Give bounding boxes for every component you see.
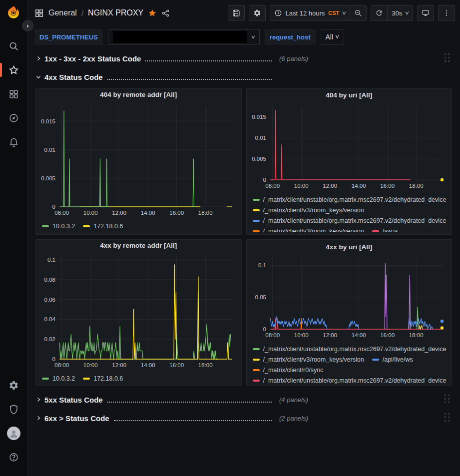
dashboard-title[interactable]: NGINX PROXY <box>88 8 143 17</box>
drag-handle-icon[interactable] <box>445 53 450 64</box>
row-6xx[interactable]: 6xx > Status Code (2 panels) <box>35 411 452 426</box>
legend-item[interactable]: /_matrix/client/unstable/org.matrix.msc2… <box>253 194 447 205</box>
legend-label: 10.0.3.2 <box>52 223 75 230</box>
save-dashboard-button[interactable] <box>228 5 245 21</box>
svg-text:12:00: 12:00 <box>323 332 337 338</box>
legend-item[interactable]: 172.18.0.6 <box>83 374 123 384</box>
legend-item[interactable]: /api/live/ws <box>372 354 413 365</box>
row-panel-count: (6 panels) <box>279 55 308 62</box>
legend-item[interactable]: /_matrix/client/r0/sync <box>253 365 324 375</box>
clock-icon <box>274 9 282 17</box>
sidebar-help[interactable] <box>0 445 27 469</box>
drag-handle-icon[interactable] <box>445 395 450 405</box>
legend-swatch <box>42 225 49 227</box>
grafana-logo-icon[interactable] <box>6 5 21 20</box>
sidebar-search[interactable] <box>0 34 27 58</box>
legend-item[interactable]: /_matrix/client/unstable/org.matrix.msc2… <box>253 215 447 226</box>
legend-label: /api/live/ws <box>383 356 413 363</box>
timeseries-chart[interactable]: 00.0050.010.01508:0010:0012:0014:0016:00… <box>40 101 237 219</box>
chevron-right-icon <box>35 55 42 61</box>
legend-label: /_matrix/client/unstable/org.matrix.msc2… <box>263 217 447 224</box>
svg-text:08:00: 08:00 <box>265 183 280 189</box>
bell-icon <box>8 137 19 147</box>
legend-item[interactable]: 172.18.0.6 <box>83 221 123 232</box>
legend-swatch <box>253 348 260 350</box>
left-sidebar <box>0 0 27 476</box>
sidebar-starred[interactable] <box>0 58 27 82</box>
refresh-button[interactable] <box>371 5 388 21</box>
sidebar-dashboards[interactable] <box>0 82 27 106</box>
time-range-picker[interactable]: Last 12 hours CST ˅ <box>270 5 351 21</box>
dashboard-settings-button[interactable] <box>249 5 266 21</box>
sidebar-profile[interactable] <box>0 421 27 445</box>
monitor-icon <box>422 9 430 17</box>
sidebar-configuration[interactable] <box>0 373 27 397</box>
sidebar-server-admin[interactable] <box>0 397 27 421</box>
svg-text:0: 0 <box>263 326 266 332</box>
svg-text:14:00: 14:00 <box>141 210 155 216</box>
timeseries-chart[interactable]: 00.020.040.060.080.108:0010:0012:0014:00… <box>40 252 237 372</box>
kebab-menu-icon <box>443 9 451 17</box>
legend-item[interactable]: /_matrix/client/v3/room_keys/version <box>253 226 364 232</box>
chevron-down-icon <box>35 74 42 80</box>
svg-text:0.1: 0.1 <box>258 262 266 268</box>
variables-bar: DS_PROMETHEUS ˅ request_host All ˅ <box>27 26 460 49</box>
svg-text:18:00: 18:00 <box>409 183 423 189</box>
timeseries-chart[interactable]: 00.050.108:0010:0012:0014:0016:0018:00 <box>251 254 448 342</box>
legend-swatch <box>253 199 260 201</box>
time-range-label: Last 12 hours <box>286 9 325 17</box>
legend-item[interactable]: 10.0.3.2 <box>42 221 75 232</box>
gear-icon <box>253 9 261 17</box>
sidebar-explore[interactable] <box>0 106 27 130</box>
chart-legend: /_matrix/client/unstable/org.matrix.msc2… <box>251 344 448 384</box>
legend-item[interactable]: /_matrix/client/v3/room_keys/version <box>253 354 364 365</box>
row-panel-count: (2 panels) <box>279 415 308 422</box>
svg-text:0.06: 0.06 <box>44 296 55 302</box>
svg-text:14:00: 14:00 <box>141 362 155 368</box>
dotted-leader <box>107 79 272 80</box>
breadcrumb-folder[interactable]: General <box>48 8 77 17</box>
zoom-out-button[interactable] <box>350 5 367 21</box>
panel-title[interactable]: 404 by uri [All] <box>251 88 448 101</box>
variable-label-request-host[interactable]: request_host <box>265 29 316 45</box>
dashboard-content: 1xx - 3xx - 2xx Status Code (6 panels) 4… <box>27 49 460 426</box>
refresh-interval-picker[interactable]: 30s ˅ <box>388 5 413 21</box>
legend-swatch <box>253 380 260 382</box>
share-icon[interactable] <box>161 9 170 17</box>
row-title: 4xx Status Code <box>44 73 103 81</box>
row-5xx[interactable]: 5xx Status Code (4 panels) <box>35 392 452 407</box>
dotted-leader <box>145 60 272 61</box>
row-1xx-3xx-2xx[interactable]: 1xx - 3xx - 2xx Status Code (6 panels) <box>35 51 452 66</box>
panel-grid: 404 by remote addr [All] 00.0050.010.015… <box>35 88 452 386</box>
legend-label: /_matrix/client/unstable/org.matrix.msc2… <box>263 196 447 203</box>
variable-label-ds[interactable]: DS_PROMETHEUS <box>34 29 103 45</box>
variable-select-ds[interactable]: ˅ <box>108 29 260 45</box>
more-options-button[interactable] <box>438 5 455 21</box>
legend-item[interactable]: /_matrix/client/unstable/org.matrix.msc2… <box>253 375 447 384</box>
favorite-star-icon[interactable] <box>148 8 157 17</box>
dotted-leader <box>107 402 272 403</box>
legend-label: /_matrix/client/v3/room_keys/version <box>263 207 364 214</box>
panel-title[interactable]: 4xx by remote addr [All] <box>40 240 237 252</box>
legend-item[interactable]: /_matrix/client/unstable/org.matrix.msc2… <box>253 344 447 354</box>
legend-item[interactable]: 10.0.3.2 <box>42 374 75 384</box>
svg-text:0.015: 0.015 <box>41 118 55 124</box>
sidebar-expand-button[interactable]: › <box>22 20 33 31</box>
legend-item[interactable]: /sw.js <box>372 226 398 232</box>
sidebar-alerting[interactable] <box>0 130 27 154</box>
dotted-leader <box>114 420 272 421</box>
drag-handle-icon[interactable] <box>445 413 450 424</box>
variable-select-request-host[interactable]: All ˅ <box>321 29 345 45</box>
timeseries-chart[interactable]: 00.0050.010.01508:0010:0012:0014:0016:00… <box>251 101 448 192</box>
panel-title[interactable]: 4xx by uri [All] <box>251 240 448 254</box>
svg-text:0: 0 <box>263 177 266 183</box>
chevron-down-icon: ˅ <box>342 10 346 16</box>
row-4xx[interactable]: 4xx Status Code <box>35 69 452 84</box>
panel-404-by-remote-addr: 404 by remote addr [All] 00.0050.010.015… <box>35 88 242 235</box>
legend-label: 172.18.0.6 <box>93 223 123 230</box>
svg-text:14:00: 14:00 <box>351 183 366 189</box>
refresh-icon <box>375 9 383 17</box>
panel-title[interactable]: 404 by remote addr [All] <box>40 88 237 101</box>
legend-item[interactable]: /_matrix/client/v3/room_keys/version <box>253 205 364 215</box>
cycle-view-mode-button[interactable] <box>417 5 434 21</box>
